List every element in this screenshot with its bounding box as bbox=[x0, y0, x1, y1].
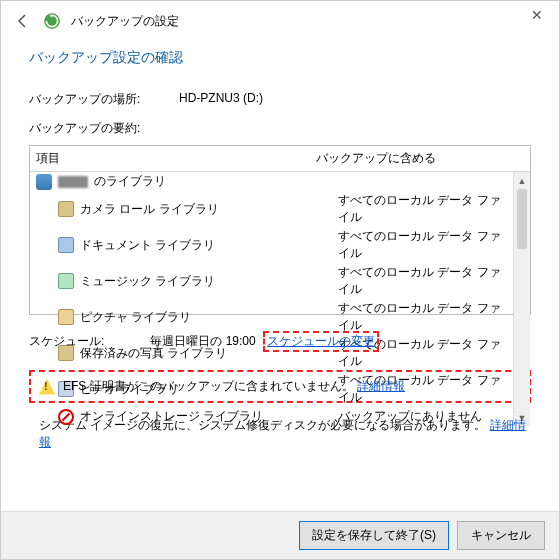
row-user-library: のライブラリ bbox=[30, 172, 513, 191]
row-camera: カメラ ロール ライブラリ すべてのローカル データ ファイル bbox=[30, 191, 513, 227]
row-document: ドキュメント ライブラリ すべてのローカル データ ファイル bbox=[30, 227, 513, 263]
efs-details-link[interactable]: 詳細情報 bbox=[357, 379, 405, 393]
library-icon bbox=[58, 309, 74, 325]
col-item: 項目 bbox=[36, 150, 316, 167]
schedule-label: スケジュール: bbox=[29, 333, 104, 350]
scroll-thumb[interactable] bbox=[517, 189, 527, 249]
page-title: バックアップ設定の確認 bbox=[29, 49, 531, 67]
back-button[interactable] bbox=[13, 11, 33, 31]
scroll-up-icon[interactable]: ▲ bbox=[514, 172, 530, 189]
col-include: バックアップに含める bbox=[316, 150, 524, 167]
location-label: バックアップの場所: bbox=[29, 91, 179, 108]
library-icon bbox=[58, 237, 74, 253]
row-picture: ピクチャ ライブラリ すべてのローカル データ ファイル bbox=[30, 299, 513, 335]
close-button[interactable]: ✕ bbox=[514, 1, 559, 29]
window-title: バックアップの設定 bbox=[71, 13, 179, 30]
summary-table: 項目 バックアップに含める のライブラリ カメラ ロール ライブラリ すべてのロ… bbox=[29, 145, 531, 315]
library-icon bbox=[58, 201, 74, 217]
efs-text: EFS 証明書がこのバックアップに含まれていません。 bbox=[63, 379, 354, 393]
system-image-text: システム イメージの復元に、システム修復ディスクが必要になる場合があります。 bbox=[39, 418, 486, 432]
row-music: ミュージック ライブラリ すべてのローカル データ ファイル bbox=[30, 263, 513, 299]
library-icon bbox=[58, 273, 74, 289]
save-button[interactable]: 設定を保存して終了(S) bbox=[299, 521, 449, 550]
summary-label: バックアップの要約: bbox=[29, 120, 531, 137]
location-value: HD-PZNU3 (D:) bbox=[179, 91, 263, 108]
users-icon bbox=[36, 174, 52, 190]
excluded-icon bbox=[58, 409, 74, 425]
schedule-value: 毎週日曜日の 19:00 bbox=[150, 334, 255, 348]
username-redacted bbox=[58, 176, 88, 188]
scrollbar[interactable]: ▲ ▼ bbox=[513, 172, 530, 426]
change-schedule-link[interactable]: スケジュールの変更 bbox=[267, 334, 375, 348]
cancel-button[interactable]: キャンセル bbox=[457, 521, 545, 550]
backup-icon bbox=[43, 12, 61, 30]
